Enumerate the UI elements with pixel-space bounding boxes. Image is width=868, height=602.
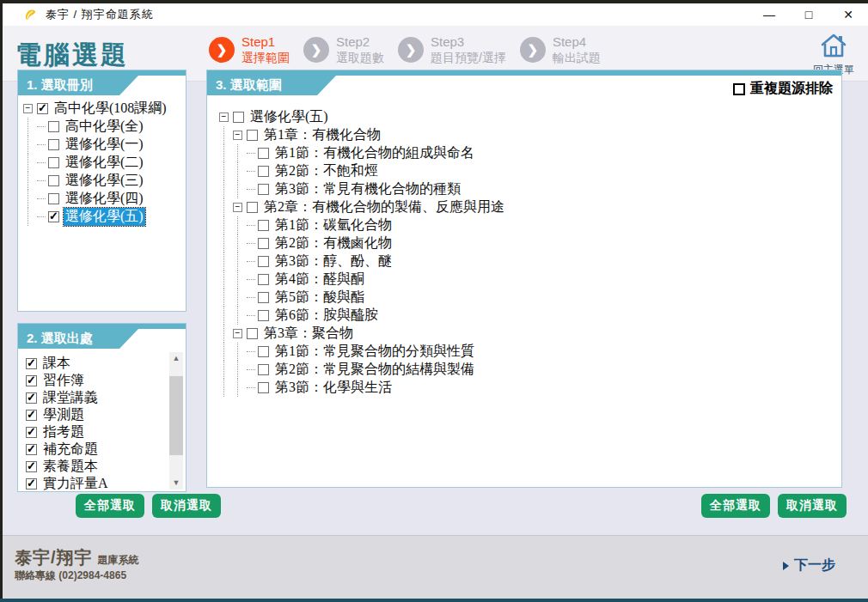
tree-item-checkbox[interactable] (258, 184, 269, 195)
source-checkbox[interactable] (26, 461, 37, 472)
tree-item-label[interactable]: 第3章：聚合物 (262, 325, 355, 343)
source-label[interactable]: 補充命題 (41, 441, 100, 459)
close-button[interactable]: ✕ (828, 3, 868, 26)
tree-row: 第3節：醇、酚、醚 (219, 252, 838, 271)
source-label[interactable]: 課本 (41, 355, 72, 373)
list-item: 習作簿 (25, 372, 110, 389)
tree-item-label[interactable]: 第5節：酸與酯 (273, 289, 366, 307)
tree-item-label[interactable]: 第2節：有機鹵化物 (273, 234, 394, 252)
tree-item-checkbox[interactable] (258, 364, 269, 375)
scroll-down-button[interactable]: ▼ (169, 477, 183, 490)
minimize-button[interactable]: — (749, 3, 789, 26)
tree-item-checkbox[interactable] (37, 103, 48, 114)
step-4[interactable]: ❯ Step4 輸出試題 (520, 34, 601, 65)
home-icon (819, 33, 848, 58)
tree-item-checkbox[interactable] (258, 292, 269, 303)
tree-item-label[interactable]: 第1節：常見聚合物的分類與性質 (273, 343, 476, 361)
tree-item-label[interactable]: 選修化學(五) (64, 208, 145, 226)
source-checkbox[interactable] (26, 358, 37, 369)
source-checkbox[interactable] (26, 392, 37, 404)
scope-select-all-button[interactable]: 全部選取 (701, 494, 770, 518)
scroll-thumb[interactable] (169, 376, 183, 455)
tree-indent-guide (219, 162, 233, 180)
source-label[interactable]: 素養題本 (41, 458, 100, 476)
tree-item-checkbox[interactable] (48, 175, 59, 186)
tree-item-checkbox[interactable] (258, 166, 269, 177)
tree-item-checkbox[interactable] (247, 202, 258, 213)
tree-item-checkbox[interactable] (258, 382, 269, 393)
sources-deselect-all-button[interactable]: 取消選取 (152, 494, 221, 518)
tree-item-label[interactable]: 選修化學(五) (248, 108, 330, 126)
tree-expander-icon[interactable]: − (23, 104, 33, 113)
tree-indent-guide (219, 307, 233, 325)
tree-indent-guide (219, 343, 233, 361)
tree-expander-icon[interactable]: − (219, 112, 229, 122)
tree-item-checkbox[interactable] (258, 310, 269, 321)
tree-item-label[interactable]: 第6節：胺與醯胺 (273, 307, 380, 325)
step-4-name: Step4 (553, 34, 601, 51)
tree-item-checkbox[interactable] (48, 193, 59, 204)
desktop-edge-left (0, 0, 3, 602)
tree-item-checkbox[interactable] (258, 238, 269, 249)
tree-item-label[interactable]: 第3節：化學與生活 (273, 379, 394, 397)
tree-expander-icon[interactable]: − (233, 131, 242, 140)
duplicate-source-exclude-checkbox[interactable] (733, 83, 745, 95)
tree-item-label[interactable]: 選修化學(二) (64, 154, 145, 172)
tree-item-label[interactable]: 第1節：有機化合物的組成與命名 (273, 144, 476, 162)
tree-item-label[interactable]: 第2章：有機化合物的製備、反應與用途 (262, 198, 506, 216)
tree-connector (37, 118, 47, 136)
tree-item-label[interactable]: 第2節：不飽和烴 (273, 162, 380, 180)
tree-item-label[interactable]: 第4節：醛與酮 (273, 271, 366, 289)
panel3-title: 3. 選取範圍 (207, 76, 336, 95)
tree-item-checkbox[interactable] (48, 211, 59, 222)
tree-item-label[interactable]: 第1節：碳氫化合物 (273, 216, 394, 234)
scope-deselect-all-button[interactable]: 取消選取 (778, 494, 847, 518)
source-label[interactable]: 實力評量A (41, 475, 110, 493)
tree-item-checkbox[interactable] (258, 274, 269, 285)
step-1[interactable]: ❯ Step1 選擇範圍 (209, 34, 290, 65)
step-3[interactable]: ❯ Step3 題目預覽/選擇 (398, 34, 506, 65)
tree-item-checkbox[interactable] (233, 112, 244, 123)
tree-item-label[interactable]: 第3節：醇、酚、醚 (273, 252, 394, 271)
tree-item-label[interactable]: 第2節：常見聚合物的結構與製備 (273, 361, 476, 379)
tree-item-label[interactable]: 第3節：常見有機化合物的種類 (273, 180, 462, 198)
tree-item-checkbox[interactable] (247, 130, 258, 141)
source-checkbox[interactable] (26, 478, 37, 490)
tree-item-checkbox[interactable] (48, 139, 59, 150)
tree-item-checkbox[interactable] (258, 256, 269, 267)
source-checkbox[interactable] (26, 375, 37, 386)
tree-expander-icon[interactable]: − (233, 329, 242, 338)
sources-select-all-button[interactable]: 全部選取 (76, 494, 144, 518)
tree-item-checkbox[interactable] (258, 346, 269, 357)
source-label[interactable]: 習作簿 (41, 372, 86, 390)
source-label[interactable]: 學測題 (41, 406, 86, 424)
tree-item-checkbox[interactable] (258, 220, 269, 231)
tree-item-checkbox[interactable] (247, 328, 258, 339)
tree-connector (247, 144, 257, 162)
tree-indent-guide (233, 252, 247, 271)
tree-item-label[interactable]: 選修化學(四) (64, 190, 145, 208)
duplicate-source-exclude-option[interactable]: 重複題源排除 (733, 80, 833, 98)
tree-item-label[interactable]: 第1章：有機化合物 (262, 126, 382, 144)
source-checkbox[interactable] (26, 427, 37, 438)
tree-indent-guide (219, 325, 233, 343)
tree-item-checkbox[interactable] (48, 157, 59, 168)
next-step-button[interactable]: 下一步 (783, 556, 835, 575)
tree-item-label[interactable]: 選修化學(三) (64, 172, 145, 190)
tree-item-label[interactable]: 選修化學(一) (64, 136, 145, 154)
tree-item-label[interactable]: 高中化學(全) (64, 118, 145, 136)
source-label[interactable]: 指考題 (41, 423, 86, 441)
maximize-button[interactable]: □ (789, 3, 828, 26)
source-checkbox[interactable] (26, 410, 37, 421)
tree-item-label[interactable]: 高中化學(108課綱) (52, 100, 168, 118)
source-label[interactable]: 課堂講義 (41, 389, 100, 407)
next-arrow-icon (783, 562, 789, 570)
step-2[interactable]: ❯ Step2 選取題數 (303, 34, 384, 65)
step-4-arrow-icon: ❯ (520, 37, 546, 63)
tree-expander-icon[interactable]: − (233, 203, 242, 212)
tree-item-checkbox[interactable] (258, 148, 269, 159)
source-checkbox[interactable] (26, 444, 37, 455)
source-list-scrollbar[interactable]: ▲ ▼ (169, 352, 183, 490)
scroll-up-button[interactable]: ▲ (169, 352, 183, 365)
tree-item-checkbox[interactable] (48, 121, 59, 132)
